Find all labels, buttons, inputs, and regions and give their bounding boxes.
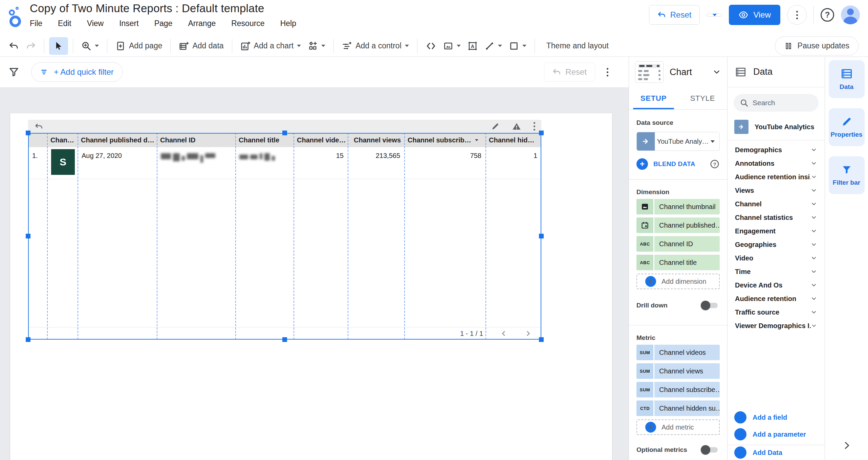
- chart-type-selector[interactable]: Chart: [629, 57, 727, 87]
- resize-handle-e[interactable]: [539, 234, 544, 238]
- table-row[interactable]: 1. S Aug 27, 2020 15 213,565 7: [28, 147, 541, 179]
- metric-chip-channel-videos[interactable]: SUM Channel videos: [636, 345, 720, 360]
- add-field-button[interactable]: + Add a field: [728, 409, 825, 426]
- rail-tab-properties[interactable]: Properties: [829, 108, 865, 146]
- menu-arrange[interactable]: Arrange: [188, 19, 216, 28]
- data-source-entry[interactable]: YouTube Analytics: [728, 114, 825, 140]
- zoom-tool[interactable]: [78, 37, 102, 55]
- tab-setup[interactable]: SETUP: [629, 87, 678, 109]
- field-search[interactable]: [734, 94, 819, 112]
- table-chart[interactable]: Chan… Channel published d… Channel ID Ch…: [28, 133, 541, 340]
- filter-bar-kebab-icon[interactable]: [607, 68, 608, 76]
- menu-resource[interactable]: Resource: [231, 19, 264, 28]
- rail-tab-filter-bar[interactable]: Filter bar: [829, 156, 865, 194]
- help-icon[interactable]: ?: [710, 159, 720, 169]
- resize-handle-w[interactable]: [26, 234, 30, 238]
- col-header-title[interactable]: Channel title: [235, 136, 294, 144]
- add-parameter-button[interactable]: + Add a parameter: [728, 426, 825, 443]
- resize-handle-ne[interactable]: [539, 131, 544, 135]
- dimension-chip-channel-title[interactable]: ABC Channel title: [636, 255, 720, 270]
- search-input[interactable]: [753, 99, 810, 107]
- theme-and-layout-button[interactable]: Theme and layout: [543, 37, 612, 55]
- avatar[interactable]: [841, 5, 860, 24]
- reset-button[interactable]: Reset: [649, 5, 700, 25]
- report-title[interactable]: Copy of Two Minute Reports : Default tem…: [30, 2, 264, 15]
- resize-handle-n[interactable]: [282, 131, 287, 135]
- dimension-chip-channel-id[interactable]: ABC Channel ID: [636, 236, 720, 252]
- data-source-select[interactable]: YouTube Analy…: [636, 132, 720, 151]
- field-group-channel-statistics[interactable]: Channel statistics: [728, 211, 825, 224]
- add-data-button[interactable]: Add data: [175, 37, 227, 55]
- chart-undo-icon[interactable]: [34, 122, 44, 131]
- blend-data-button[interactable]: + BLEND DATA ?: [636, 158, 720, 170]
- insert-line-button[interactable]: [481, 37, 505, 55]
- resize-handle-nw[interactable]: [26, 131, 30, 135]
- field-group-audience-retention[interactable]: Audience retention: [728, 292, 825, 305]
- field-group-device-and-os[interactable]: Device And Os: [728, 278, 825, 292]
- menu-help[interactable]: Help: [280, 19, 296, 28]
- field-group-annotations[interactable]: Annotations: [728, 157, 825, 170]
- menu-insert[interactable]: Insert: [119, 19, 139, 28]
- insert-text-button[interactable]: A: [464, 37, 481, 55]
- filter-reset-button[interactable]: Reset: [544, 63, 595, 82]
- metric-chip-channel-subscribers[interactable]: SUM Channel subscribe…: [636, 382, 720, 397]
- menu-edit[interactable]: Edit: [58, 19, 71, 28]
- field-group-viewer-demographics[interactable]: Viewer Demographics I…: [728, 319, 825, 332]
- col-header-subscribers[interactable]: Channel subscrib…: [404, 136, 485, 144]
- col-header-views[interactable]: Channel views: [348, 136, 404, 144]
- collapse-panel-icon[interactable]: [842, 440, 852, 451]
- add-page-button[interactable]: Add page: [112, 37, 166, 55]
- menu-file[interactable]: File: [30, 19, 42, 28]
- field-group-video[interactable]: Video: [728, 251, 825, 265]
- add-metric-button[interactable]: + Add metric: [636, 419, 720, 435]
- insert-image-button[interactable]: [440, 37, 464, 55]
- col-header-videos[interactable]: Channel vide…: [294, 136, 348, 144]
- select-tool[interactable]: [49, 37, 68, 55]
- rail-tab-data[interactable]: Data: [829, 60, 865, 98]
- metric-chip-channel-views[interactable]: SUM Channel views: [636, 363, 720, 379]
- page-prev-icon[interactable]: [500, 330, 507, 337]
- add-quick-filter-button[interactable]: + Add quick filter: [31, 62, 123, 82]
- pause-updates-button[interactable]: Pause updates: [775, 37, 859, 55]
- menu-page[interactable]: Page: [154, 19, 173, 28]
- view-button[interactable]: View: [729, 5, 780, 25]
- col-header-published[interactable]: Channel published d…: [78, 136, 157, 144]
- field-group-time[interactable]: Time: [728, 265, 825, 278]
- looker-studio-logo[interactable]: [5, 4, 23, 30]
- community-visualizations-button[interactable]: [304, 37, 329, 55]
- drill-down-toggle[interactable]: [701, 301, 720, 310]
- menu-view[interactable]: View: [87, 19, 104, 28]
- add-dimension-button[interactable]: + Add dimension: [636, 274, 720, 289]
- share-dropdown-button[interactable]: [707, 14, 722, 16]
- warning-icon[interactable]: [512, 122, 521, 131]
- redo-button[interactable]: [22, 37, 39, 55]
- resize-handle-s[interactable]: [282, 337, 287, 342]
- undo-button[interactable]: [5, 37, 22, 55]
- col-header-hidden[interactable]: Channel hid…: [485, 136, 541, 144]
- field-group-audience-retention-insights[interactable]: Audience retention insi…: [728, 170, 825, 184]
- embed-url-button[interactable]: [422, 37, 440, 55]
- page-next-icon[interactable]: [524, 330, 532, 337]
- chart-kebab-icon[interactable]: [534, 122, 535, 131]
- help-icon[interactable]: ?: [821, 8, 834, 22]
- insert-shape-button[interactable]: [505, 37, 530, 55]
- col-header-thumbnail[interactable]: Chan…: [47, 136, 78, 144]
- resize-handle-sw[interactable]: [26, 337, 30, 342]
- add-control-button[interactable]: Add a control: [339, 37, 412, 55]
- field-group-geographies[interactable]: Geographies: [728, 238, 825, 251]
- optional-metrics-toggle[interactable]: [701, 445, 720, 455]
- field-group-demographics[interactable]: Demographics: [728, 143, 825, 157]
- report-canvas[interactable]: Chan… Channel published d… Channel ID Ch…: [0, 87, 629, 460]
- tab-style[interactable]: STYLE: [678, 87, 727, 109]
- field-group-engagement[interactable]: Engagement: [728, 224, 825, 238]
- dimension-chip-channel-thumbnail[interactable]: Channel thumbnail: [636, 199, 720, 214]
- add-data-button-footer[interactable]: + Add Data: [728, 445, 825, 460]
- field-group-traffic-source[interactable]: Traffic source: [728, 305, 825, 319]
- resize-handle-se[interactable]: [539, 337, 544, 342]
- col-header-id[interactable]: Channel ID: [157, 136, 235, 144]
- edit-pencil-icon[interactable]: [491, 122, 500, 131]
- metric-chip-channel-hidden[interactable]: CTD Channel hidden su…: [636, 400, 720, 416]
- dimension-chip-channel-published[interactable]: Channel published…: [636, 217, 720, 233]
- add-chart-button[interactable]: Add a chart: [237, 37, 305, 55]
- more-options-button[interactable]: [787, 5, 807, 25]
